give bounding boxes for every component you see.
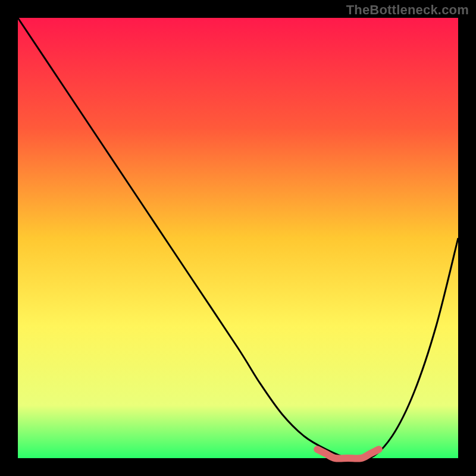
attribution-label: TheBottleneck.com	[346, 2, 469, 18]
bottleneck-chart	[0, 0, 476, 476]
chart-frame: TheBottleneck.com	[0, 0, 476, 476]
plot-background	[18, 18, 458, 458]
